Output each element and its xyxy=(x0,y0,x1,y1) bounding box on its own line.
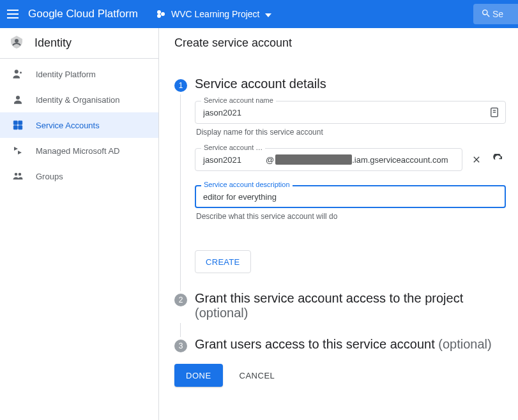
sidebar-item-label: Groups xyxy=(36,172,63,181)
project-selector[interactable]: WVC Learning Project xyxy=(151,6,277,22)
search-input[interactable] xyxy=(491,8,509,20)
top-bar: Google Cloud Platform WVC Learning Proje… xyxy=(0,0,518,28)
description-field: Service account description xyxy=(195,185,506,208)
page-title: Create service account xyxy=(174,28,518,59)
search-box[interactable] xyxy=(473,4,518,24)
done-button[interactable]: DONE xyxy=(174,364,223,387)
svg-rect-9 xyxy=(13,126,17,130)
sidebar-item-groups[interactable]: Groups xyxy=(0,163,158,189)
account-name-label: Service account name xyxy=(201,96,276,104)
account-id-field: Service account … jason2021 @ .iam.gserv… xyxy=(195,148,462,171)
account-id-prefix: jason2021 xyxy=(203,155,241,165)
step-3-header[interactable]: 3 Grant users access to this service acc… xyxy=(174,337,518,352)
account-name-helper: Display name for this service account xyxy=(196,128,506,137)
org-icon xyxy=(11,93,24,106)
sidebar-item-identity-org[interactable]: Identity & Organisation xyxy=(0,87,158,112)
project-name: WVC Learning Project xyxy=(171,9,260,19)
close-icon[interactable] xyxy=(469,152,484,167)
search-icon xyxy=(481,8,491,20)
sidebar-item-identity-platform[interactable]: Identity Platform xyxy=(0,61,158,87)
groups-icon xyxy=(11,170,24,183)
step-2-title: Grant this service account access to the… xyxy=(195,291,518,320)
description-input[interactable] xyxy=(195,185,506,208)
step-1-badge: 1 xyxy=(174,79,187,92)
account-name-field: Service account name xyxy=(195,101,506,124)
sidebar-item-service-accounts[interactable]: Service Accounts xyxy=(0,112,158,138)
svg-point-2 xyxy=(157,14,161,18)
svg-point-3 xyxy=(15,39,19,43)
platform-icon xyxy=(11,68,24,80)
svg-point-0 xyxy=(157,10,161,14)
account-id-suffix: .iam.gserviceaccount.com xyxy=(352,155,448,165)
svg-point-4 xyxy=(15,70,19,73)
svg-point-12 xyxy=(19,173,22,176)
svg-rect-8 xyxy=(19,121,22,124)
step-2-body xyxy=(180,323,506,337)
sidebar-item-label: Service Accounts xyxy=(36,121,100,130)
step-3-title: Grant users access to this service accou… xyxy=(195,337,492,352)
menu-icon[interactable] xyxy=(5,6,20,22)
chevron-down-icon xyxy=(265,9,271,19)
step-1-body: Service account name Display name for th… xyxy=(180,94,506,291)
svg-point-11 xyxy=(15,173,18,176)
account-id-input[interactable]: jason2021 @ .iam.gserviceaccount.com xyxy=(195,148,462,171)
sidebar-item-label: Identity & Organisation xyxy=(36,95,120,105)
step-3-badge: 3 xyxy=(174,340,187,352)
description-helper: Describe what this service account will … xyxy=(196,212,506,221)
step-2-badge: 2 xyxy=(174,294,187,306)
sidebar-item-label: Identity Platform xyxy=(36,70,96,79)
sidebar-title: Identity xyxy=(34,36,72,50)
bottom-actions: DONE CANCEL xyxy=(174,364,518,387)
step-1-title: Service account details xyxy=(195,77,326,91)
account-name-input[interactable] xyxy=(195,101,506,124)
project-icon xyxy=(156,9,166,19)
main-content: Create service account 1 Service account… xyxy=(159,28,518,420)
service-account-icon xyxy=(11,119,24,131)
redacted-project xyxy=(275,154,352,165)
contacts-icon[interactable] xyxy=(488,106,501,119)
account-id-at: @ xyxy=(266,155,274,165)
description-label: Service account description xyxy=(201,181,293,188)
account-id-label: Service account … xyxy=(201,144,265,151)
create-button[interactable]: CREATE xyxy=(195,250,251,273)
svg-point-6 xyxy=(16,96,20,100)
ad-icon xyxy=(11,144,24,157)
sidebar-item-label: Managed Microsoft AD xyxy=(36,146,120,156)
step-1-header: 1 Service account details xyxy=(174,77,518,92)
product-logo[interactable]: Google Cloud Platform xyxy=(28,8,138,20)
refresh-icon[interactable] xyxy=(491,152,506,167)
svg-rect-7 xyxy=(13,121,17,124)
svg-rect-10 xyxy=(19,126,22,130)
svg-point-1 xyxy=(161,12,165,16)
sidebar: Identity Identity Platform Identity & Or… xyxy=(0,28,159,420)
svg-point-5 xyxy=(20,71,22,73)
step-2-header[interactable]: 2 Grant this service account access to t… xyxy=(174,291,518,320)
identity-icon xyxy=(9,34,24,52)
sidebar-item-managed-ad[interactable]: Managed Microsoft AD xyxy=(0,138,158,163)
cancel-button[interactable]: CANCEL xyxy=(236,370,279,381)
sidebar-header: Identity xyxy=(0,28,158,59)
